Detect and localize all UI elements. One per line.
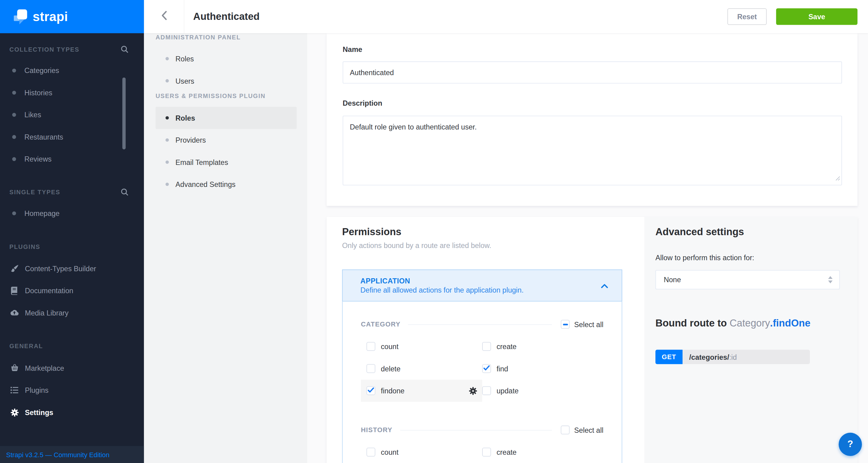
bullet-dot-icon — [165, 160, 169, 164]
list-icon — [10, 387, 19, 393]
permission-action[interactable]: findone — [361, 379, 482, 402]
bound-route-heading: Bound route to Category.findOne — [655, 317, 840, 329]
sidebar-item[interactable]: Homepage — [0, 202, 144, 224]
subnav-item[interactable]: Roles — [156, 107, 297, 129]
back-button[interactable] — [144, 0, 184, 33]
subnav-group-users-permissions: USERS & PERMISSIONS PLUGIN — [156, 92, 307, 100]
accordion-title: APPLICATION — [361, 277, 524, 285]
permission-action[interactable]: create — [482, 441, 604, 463]
sidebar-item[interactable]: Content-Types Builder — [0, 258, 144, 279]
permission-group-category: CATEGORY Select all countcreatedeletefin… — [343, 320, 622, 402]
help-button[interactable]: ? — [839, 433, 862, 456]
application-accordion-header[interactable]: APPLICATION Define all allowed actions f… — [342, 269, 622, 301]
application-accordion: APPLICATION Define all allowed actions f… — [342, 269, 622, 463]
chevron-up-icon[interactable] — [601, 283, 608, 288]
action-checkbox[interactable] — [366, 448, 375, 457]
allow-action-label: Allow to perform this action for: — [655, 254, 840, 262]
chevron-left-icon — [161, 10, 167, 23]
action-checkbox[interactable] — [482, 364, 491, 373]
sidebar-item[interactable]: Settings — [0, 401, 144, 423]
http-method-badge: GET — [655, 350, 683, 364]
main-sidebar: strapi COLLECTION TYPES CategoriesHistor… — [0, 0, 144, 463]
sidebar-section-general: GENERAL — [9, 342, 129, 350]
description-textarea[interactable]: Default role given to authenticated user… — [343, 116, 842, 186]
subnav-item[interactable]: Advanced Settings — [156, 173, 297, 195]
name-input[interactable] — [343, 61, 842, 84]
application-accordion-body: CATEGORY Select all countcreatedeletefin… — [342, 301, 622, 463]
permission-action[interactable]: create — [482, 335, 604, 357]
search-icon[interactable] — [121, 188, 128, 196]
permission-action[interactable]: count — [361, 335, 482, 357]
action-checkbox[interactable] — [366, 342, 375, 351]
bullet-dot-icon — [12, 135, 16, 139]
sidebar-item[interactable]: Media Library — [0, 301, 144, 324]
sidebar-section-single-types: SINGLE TYPES — [9, 188, 129, 196]
action-checkbox[interactable] — [482, 448, 491, 457]
role-form-card: Name Description Default role given to a… — [327, 33, 858, 206]
subnav-item[interactable]: Email Templates — [156, 151, 297, 173]
permission-action[interactable]: update — [482, 379, 604, 402]
sidebar-nav: COLLECTION TYPES CategoriesHistoriesLike… — [0, 33, 144, 446]
group-name: CATEGORY — [361, 320, 400, 328]
save-button[interactable]: Save — [776, 8, 857, 25]
permission-action[interactable]: delete — [361, 357, 482, 379]
select-value: None — [663, 275, 681, 284]
select-all-label: Select all — [574, 426, 603, 434]
subnav-item[interactable]: Users — [156, 70, 297, 92]
sidebar-item[interactable]: Reviews — [0, 148, 144, 170]
bullet-dot-icon — [165, 183, 169, 186]
allow-action-select[interactable]: None — [655, 270, 840, 289]
group-name: HISTORY — [361, 426, 392, 434]
resize-grip-icon[interactable] — [835, 173, 840, 183]
action-checkbox[interactable] — [366, 386, 375, 395]
route-param: :id — [729, 353, 737, 361]
reset-button[interactable]: Reset — [727, 8, 767, 25]
page-header: Authenticated Reset Save — [144, 0, 868, 33]
gear-icon[interactable] — [469, 387, 477, 395]
action-checkbox[interactable] — [482, 342, 491, 351]
sidebar-section-plugins: PLUGINS — [9, 243, 129, 251]
subnav-item[interactable]: Roles — [156, 47, 297, 70]
select-all-checkbox[interactable] — [561, 425, 570, 434]
subnav-group-administration-panel: ADMINISTRATION PANEL — [156, 33, 307, 41]
app-root: strapi COLLECTION TYPES CategoriesHistor… — [0, 0, 868, 463]
select-all-checkbox[interactable] — [561, 320, 570, 329]
permission-group-history: HISTORY Select all countcreate — [343, 425, 622, 463]
name-label: Name — [343, 45, 842, 54]
sidebar-item[interactable]: Marketplace — [0, 357, 144, 379]
bullet-dot-icon — [165, 116, 169, 120]
search-icon[interactable] — [121, 45, 128, 53]
sidebar-section-collection-types: COLLECTION TYPES — [9, 45, 129, 53]
permissions-subtitle: Only actions bound by a route are listed… — [342, 241, 644, 251]
version-link[interactable]: Strapi v3.2.5 — Community Edition — [6, 451, 110, 458]
strapi-logo-icon — [12, 8, 29, 25]
strapi-logo[interactable]: strapi — [0, 0, 144, 33]
header-actions: Reset Save — [727, 8, 858, 25]
subnav-item[interactable]: Providers — [156, 129, 297, 151]
bullet-dot-icon — [165, 138, 169, 142]
book-icon — [10, 287, 19, 295]
basket-icon — [10, 364, 19, 372]
sidebar-footer: Strapi v3.2.5 — Community Edition — [0, 446, 144, 463]
bullet-dot-icon — [165, 79, 169, 82]
sidebar-scrollbar-thumb[interactable] — [122, 77, 126, 150]
bound-route: GET /categories/:id — [655, 350, 810, 364]
cloud-upload-icon — [10, 309, 19, 316]
bullet-dot-icon — [165, 57, 169, 61]
action-checkbox[interactable] — [366, 364, 375, 373]
permission-action[interactable]: find — [482, 357, 604, 379]
settings-subnav: ADMINISTRATION PANEL RolesUsers USERS & … — [144, 33, 307, 463]
bullet-dot-icon — [12, 90, 16, 94]
route-path: /categories/ — [689, 353, 729, 361]
sidebar-item[interactable]: Plugins — [0, 379, 144, 401]
permission-action[interactable]: count — [361, 441, 482, 463]
permissions-card: Permissions Only actions bound by a rout… — [327, 217, 858, 463]
strapi-logo-text: strapi — [33, 9, 68, 24]
page-title: Authenticated — [193, 11, 259, 22]
sidebar-item[interactable]: Documentation — [0, 279, 144, 301]
permissions-title: Permissions — [342, 225, 644, 238]
action-checkbox[interactable] — [482, 386, 491, 395]
permissions-panel: Permissions Only actions bound by a rout… — [327, 217, 644, 463]
bullet-dot-icon — [12, 157, 16, 161]
accordion-description: Define all allowed actions for the appli… — [361, 286, 524, 294]
